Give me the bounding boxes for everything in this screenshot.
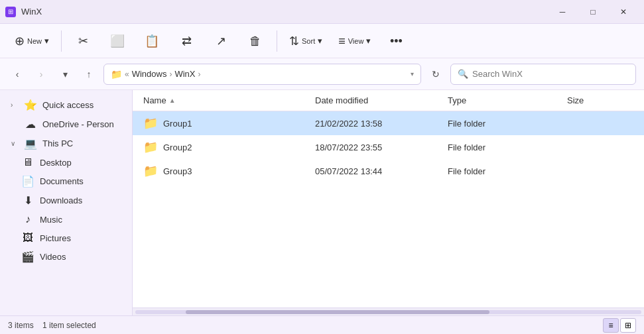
sidebar-item-desktop[interactable]: 🖥 Desktop (3, 153, 129, 172)
new-icon: ⊕ (15, 35, 25, 47)
sidebar: › ⭐ Quick access ☁ OneDrive - Person ∨ 💻… (0, 90, 133, 315)
separator-2 (277, 30, 277, 52)
folder-icon: 📁 (143, 140, 158, 154)
paste-button[interactable]: 📋 (136, 27, 168, 56)
copy-button[interactable]: ⬜ (101, 27, 133, 56)
pictures-label: Pictures (40, 233, 71, 243)
toolbar: ⊕ New ▾ ✂ ⬜ 📋 ⇄ ↗ 🗑 ⇅ Sort ▾ ≡ View ▾ ••… (0, 24, 644, 58)
path-sep-3: › (198, 70, 201, 79)
title-bar-left: WinX (5, 7, 42, 17)
detail-view-button[interactable]: ⊞ (620, 318, 636, 333)
sidebar-item-this-pc[interactable]: ∨ 💻 This PC (3, 134, 129, 153)
path-dropdown-arrow: ▾ (411, 70, 414, 78)
new-dropdown-arrow: ▾ (44, 36, 49, 46)
cut-button[interactable]: ✂ (67, 27, 99, 56)
file-name: Group2 (163, 142, 315, 152)
column-date-label: Date modified (315, 95, 368, 105)
pictures-icon: 🖼 (21, 232, 34, 244)
up-button[interactable]: ↑ (80, 65, 98, 84)
copy-icon: ⬜ (110, 35, 125, 47)
this-pc-label: This PC (42, 139, 73, 148)
delete-icon: 🗑 (249, 35, 261, 47)
path-segment-winx: WinX (174, 69, 195, 79)
downloads-label: Downloads (40, 195, 82, 205)
onedrive-icon: ☁ (24, 118, 37, 131)
sidebar-item-pictures[interactable]: 🖼 Pictures (3, 229, 129, 247)
table-row[interactable]: 📁 Group3 05/07/2022 13:44 File folder (133, 159, 644, 183)
share-button[interactable]: ↗ (205, 27, 237, 56)
file-date: 05/07/2022 13:44 (315, 166, 448, 176)
sort-indicator: ▲ (169, 97, 176, 104)
column-name[interactable]: Name ▲ (143, 95, 315, 105)
sidebar-item-videos[interactable]: 🎬 Videos (3, 247, 129, 266)
music-label: Music (40, 215, 62, 225)
search-input[interactable] (472, 69, 629, 79)
sidebar-item-onedrive[interactable]: ☁ OneDrive - Person (3, 115, 129, 134)
documents-label: Documents (40, 176, 84, 186)
window-controls: ─ □ ✕ (547, 0, 639, 24)
music-icon: ♪ (21, 213, 34, 225)
view-icon: ≡ (338, 35, 346, 47)
onedrive-label: OneDrive - Person (42, 119, 114, 129)
minimize-button[interactable]: ─ (547, 0, 578, 24)
column-size-label: Size (567, 95, 584, 105)
column-name-label: Name (143, 95, 166, 105)
more-icon: ••• (390, 35, 403, 47)
separator-1 (61, 30, 62, 52)
table-row[interactable]: 📁 Group1 21/02/2022 13:58 File folder (133, 111, 644, 135)
desktop-label: Desktop (40, 158, 72, 168)
view-dropdown-arrow: ▾ (366, 36, 371, 46)
scrollbar-track (135, 310, 641, 314)
delete-button[interactable]: 🗑 (239, 27, 271, 56)
app-icon (5, 7, 16, 17)
forward-button[interactable]: › (32, 65, 50, 84)
column-type-label: Type (448, 95, 466, 105)
close-button[interactable]: ✕ (608, 0, 639, 24)
file-date: 18/07/2022 23:55 (315, 142, 448, 152)
more-button[interactable]: ••• (380, 27, 412, 56)
search-icon: 🔍 (458, 69, 468, 79)
horizontal-scrollbar[interactable] (133, 307, 644, 315)
quick-access-expand-icon: › (11, 101, 19, 109)
table-row[interactable]: 📁 Group2 18/07/2022 23:55 File folder (133, 135, 644, 159)
app-title: WinX (21, 7, 42, 17)
column-size[interactable]: Size (567, 95, 633, 105)
path-segment-windows: Windows (132, 69, 167, 79)
view-button[interactable]: ≡ View ▾ (332, 27, 377, 56)
sidebar-item-music[interactable]: ♪ Music (3, 210, 129, 229)
back-button[interactable]: ‹ (8, 65, 27, 84)
cut-icon: ✂ (78, 35, 88, 47)
refresh-button[interactable]: ↻ (426, 65, 445, 84)
folder-icon: 📁 (143, 116, 158, 131)
this-pc-expand-icon: ∨ (11, 140, 19, 147)
sidebar-item-downloads[interactable]: ⬇ Downloads (3, 191, 129, 210)
address-path[interactable]: 📁 « Windows › WinX › ▾ (103, 64, 421, 85)
sort-dropdown-arrow: ▾ (318, 36, 322, 46)
paste-icon: 📋 (145, 35, 159, 47)
path-sep-1: « (125, 70, 129, 79)
file-type: File folder (448, 166, 567, 176)
view-label: View (348, 37, 364, 45)
sort-label: Sort (302, 37, 315, 45)
downloads-icon: ⬇ (21, 194, 34, 207)
sidebar-item-quick-access[interactable]: › ⭐ Quick access (3, 95, 129, 115)
column-type[interactable]: Type (448, 95, 567, 105)
status-text: 3 items 1 item selected (8, 321, 96, 330)
maximize-button[interactable]: □ (578, 0, 608, 24)
file-list-header: Name ▲ Date modified Type Size (133, 90, 644, 111)
recent-locations-button[interactable]: ▾ (56, 65, 74, 84)
move-button[interactable]: ⇄ (170, 27, 202, 56)
videos-label: Videos (40, 252, 66, 262)
sort-button[interactable]: ⇅ Sort ▾ (283, 27, 329, 56)
title-bar: WinX ─ □ ✕ (0, 0, 644, 24)
file-date: 21/02/2022 13:58 (315, 119, 448, 129)
file-type: File folder (448, 119, 567, 129)
list-view-button[interactable]: ≡ (603, 318, 619, 333)
new-button[interactable]: ⊕ New ▾ (8, 27, 56, 56)
file-name: Group1 (163, 119, 315, 129)
status-bar: 3 items 1 item selected ≡ ⊞ (0, 315, 644, 334)
main-content: › ⭐ Quick access ☁ OneDrive - Person ∨ 💻… (0, 90, 644, 315)
item-count: 3 items (8, 321, 34, 330)
column-date-modified[interactable]: Date modified (315, 95, 448, 105)
sidebar-item-documents[interactable]: 📄 Documents (3, 172, 129, 191)
